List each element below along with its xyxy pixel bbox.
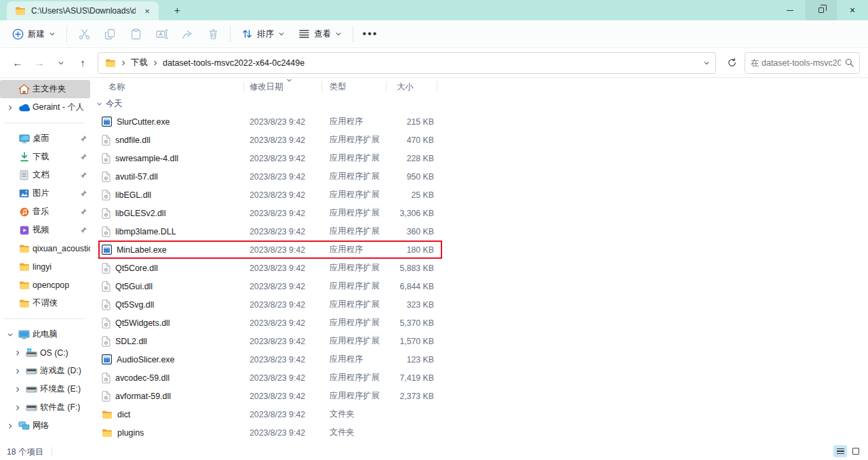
file-name-cell[interactable]: avformat-59.dll	[100, 391, 244, 402]
file-row-MinLabel.exe[interactable]: MinLabel.exe 2023/8/23 9:42 应用程序 180 KB	[100, 241, 437, 259]
column-header-type[interactable]: 类型	[322, 78, 387, 96]
sidebar-item-qixuan_acoustic[interactable]: qixuan_acoustic	[0, 239, 90, 257]
copy-button[interactable]	[97, 23, 123, 45]
sidebar-item-游戏盘 (D:)[interactable]: 游戏盘 (D:)	[0, 362, 90, 380]
sidebar-expander-icon[interactable]	[4, 331, 16, 338]
file-name-cell[interactable]: swresample-4.dll	[100, 153, 244, 164]
sort-button[interactable]: 排序	[235, 23, 292, 45]
cut-button[interactable]	[71, 23, 97, 45]
file-name-cell[interactable]: SDL2.dll	[100, 336, 244, 347]
sidebar-item-桌面[interactable]: 桌面	[0, 129, 90, 148]
sidebar-item-主文件夹[interactable]: 主文件夹	[0, 80, 90, 98]
sidebar-expander-icon[interactable]	[12, 404, 23, 411]
file-row-avcodec-59.dll[interactable]: avcodec-59.dll 2023/8/23 9:42 应用程序扩展 7,4…	[100, 369, 437, 387]
file-name-cell[interactable]: libEGL.dll	[100, 190, 244, 201]
sidebar-expander-icon[interactable]	[12, 368, 23, 375]
restore-button[interactable]	[806, 0, 837, 20]
new-button[interactable]: 新建	[5, 23, 62, 45]
sidebar-item-软件盘 (F:)[interactable]: 软件盘 (F:)	[0, 398, 90, 417]
sidebar-expander-icon[interactable]	[12, 386, 23, 393]
file-name-cell[interactable]: Qt5Svg.dll	[100, 299, 244, 310]
file-row-SDL2.dll[interactable]: SDL2.dll 2023/8/23 9:42 应用程序扩展 1,570 KB	[100, 332, 437, 350]
file-row-AudioSlicer.exe[interactable]: AudioSlicer.exe 2023/8/23 9:42 应用程序 123 …	[100, 350, 437, 369]
group-header-today[interactable]: 今天	[96, 96, 868, 112]
breadcrumb[interactable]: 下载 dataset-tools-msvc2022-x64-0c2449e	[98, 52, 716, 74]
file-name-cell[interactable]: avcodec-59.dll	[100, 373, 244, 383]
file-row-libmp3lame.DLL[interactable]: libmp3lame.DLL 2023/8/23 9:42 应用程序扩展 360…	[100, 222, 437, 241]
sidebar-item-文档[interactable]: 文档	[0, 166, 90, 184]
file-row-avformat-59.dll[interactable]: avformat-59.dll 2023/8/23 9:42 应用程序扩展 2,…	[100, 387, 437, 405]
restore-icon	[818, 7, 824, 13]
file-name-cell[interactable]: dict	[100, 410, 244, 419]
paste-button[interactable]	[123, 23, 149, 45]
explorer-tab[interactable]: C:\Users\ASUS\Downloads\da ×	[7, 1, 159, 20]
file-name-cell[interactable]: Qt5Core.dll	[100, 263, 244, 274]
close-button[interactable]: ×	[837, 0, 868, 20]
file-row-Qt5Widgets.dll[interactable]: Qt5Widgets.dll 2023/8/23 9:42 应用程序扩展 5,3…	[100, 314, 437, 332]
file-name-cell[interactable]: sndfile.dll	[100, 135, 244, 146]
sidebar-item-OS (C:)[interactable]: OS (C:)	[0, 343, 90, 362]
new-tab-button[interactable]: ＋	[168, 1, 186, 19]
sidebar-expander-icon[interactable]	[4, 104, 16, 111]
view-button[interactable]: 查看	[292, 23, 349, 45]
file-name-cell[interactable]: AudioSlicer.exe	[100, 354, 244, 364]
breadcrumb-item-downloads[interactable]: 下载	[131, 57, 148, 68]
share-button[interactable]	[174, 23, 200, 45]
address-dropdown-chevron-icon[interactable]	[703, 60, 710, 66]
sidebar-item-Geraint - 个人[interactable]: Geraint - 个人	[0, 98, 90, 117]
more-options-button[interactable]: •••	[357, 23, 383, 45]
file-row-Qt5Gui.dll[interactable]: Qt5Gui.dll 2023/8/23 9:42 应用程序扩展 6,844 K…	[100, 277, 437, 295]
file-name-cell[interactable]: Qt5Widgets.dll	[100, 318, 244, 329]
sidebar-expander-icon[interactable]	[12, 350, 23, 356]
file-name-cell[interactable]: avutil-57.dll	[100, 171, 244, 182]
file-row-plugins[interactable]: plugins 2023/8/23 9:42 文件夹	[100, 423, 437, 442]
column-header-size[interactable]: 大小	[387, 78, 437, 96]
file-row-swresample-4.dll[interactable]: swresample-4.dll 2023/8/23 9:42 应用程序扩展 2…	[100, 149, 437, 167]
file-row-Qt5Svg.dll[interactable]: Qt5Svg.dll 2023/8/23 9:42 应用程序扩展 323 KB	[100, 295, 437, 314]
up-button[interactable]: ↑	[73, 54, 92, 72]
column-header-date-modified[interactable]: 修改日期	[244, 78, 322, 96]
sidebar-item-lingyi[interactable]: lingyi	[0, 257, 90, 276]
sidebar-item-图片[interactable]: 图片	[0, 184, 90, 203]
file-name-cell[interactable]: plugins	[100, 428, 244, 438]
minimize-icon	[787, 10, 793, 11]
file-row-dict[interactable]: dict 2023/8/23 9:42 文件夹	[100, 405, 437, 423]
pictures-icon	[17, 189, 31, 198]
search-box[interactable]	[745, 52, 860, 74]
sidebar-item-此电脑[interactable]: 此电脑	[0, 325, 90, 343]
sidebar-item-label: Geraint - 个人	[33, 102, 90, 113]
file-type-cell: 应用程序扩展	[322, 152, 387, 164]
file-row-libGLESv2.dll[interactable]: libGLESv2.dll 2023/8/23 9:42 应用程序扩展 3,30…	[100, 204, 437, 222]
sidebar-expander-icon[interactable]	[4, 423, 16, 430]
delete-button[interactable]	[200, 23, 226, 45]
large-icons-view-button[interactable]	[849, 445, 863, 457]
file-name-cell[interactable]: SlurCutter.exe	[100, 117, 244, 127]
file-row-libEGL.dll[interactable]: libEGL.dll 2023/8/23 9:42 应用程序扩展 25 KB	[100, 186, 437, 204]
column-header-name[interactable]: 名称	[100, 78, 244, 96]
sidebar-item-opencpop[interactable]: opencpop	[0, 276, 90, 294]
file-name-cell[interactable]: libmp3lame.DLL	[100, 226, 244, 237]
sidebar-item-环境盘 (E:)[interactable]: 环境盘 (E:)	[0, 380, 90, 398]
file-row-SlurCutter.exe[interactable]: SlurCutter.exe 2023/8/23 9:42 应用程序 215 K…	[100, 112, 437, 131]
recent-locations-button[interactable]	[52, 54, 71, 72]
file-row-avutil-57.dll[interactable]: avutil-57.dll 2023/8/23 9:42 应用程序扩展 950 …	[100, 167, 437, 186]
file-row-sndfile.dll[interactable]: sndfile.dll 2023/8/23 9:42 应用程序扩展 470 KB	[100, 131, 437, 149]
back-button[interactable]: ←	[8, 54, 27, 72]
sidebar-item-网络[interactable]: 网络	[0, 417, 90, 435]
details-view-button[interactable]	[833, 445, 847, 457]
file-name-cell[interactable]: Qt5Gui.dll	[100, 281, 244, 292]
rename-button[interactable]	[149, 23, 174, 45]
file-name-cell[interactable]: libGLESv2.dll	[100, 208, 244, 219]
breadcrumb-item-current-folder[interactable]: dataset-tools-msvc2022-x64-0c2449e	[163, 58, 304, 68]
file-row-Qt5Core.dll[interactable]: Qt5Core.dll 2023/8/23 9:42 应用程序扩展 5,883 …	[100, 259, 437, 277]
tab-close-icon[interactable]: ×	[141, 5, 153, 17]
sidebar-item-音乐[interactable]: 音乐	[0, 203, 90, 221]
sidebar-item-视频[interactable]: 视频	[0, 221, 90, 239]
forward-button[interactable]: →	[30, 54, 49, 72]
refresh-button[interactable]	[722, 53, 742, 73]
file-name-cell[interactable]: MinLabel.exe	[100, 245, 244, 255]
minimize-button[interactable]	[774, 0, 806, 20]
sidebar-item-下载[interactable]: 下载	[0, 148, 90, 166]
search-input[interactable]	[751, 58, 841, 68]
sidebar-item-不谓侠[interactable]: 不谓侠	[0, 294, 90, 312]
